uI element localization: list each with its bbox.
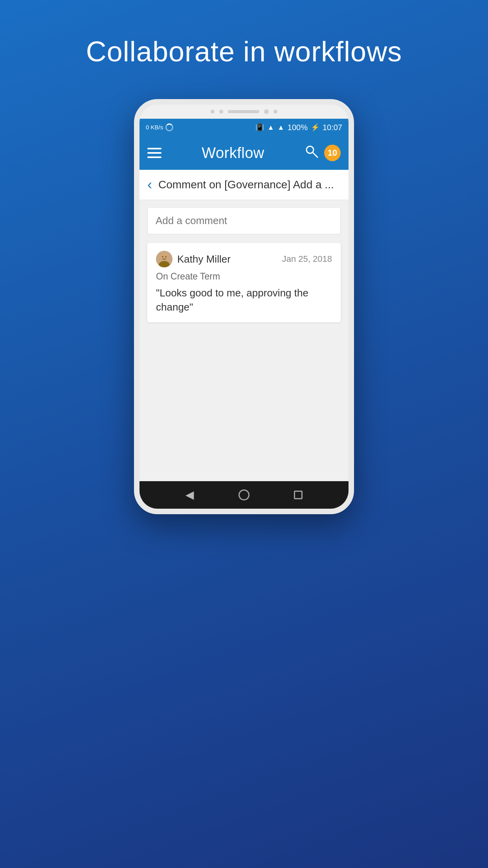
volume-up-button bbox=[134, 164, 137, 187]
app-bar: Workflow 10 bbox=[139, 136, 349, 170]
phone-screen: 0 KB/s 📳 ▲ ▲ 100% ⚡ 10:07 bbox=[139, 119, 349, 509]
status-bar: 0 KB/s 📳 ▲ ▲ 100% ⚡ 10:07 bbox=[139, 119, 349, 136]
app-bar-actions: 10 bbox=[305, 144, 341, 162]
battery-icon: ⚡ bbox=[311, 123, 319, 132]
content-filler bbox=[139, 324, 349, 481]
sensor-left-2 bbox=[219, 110, 223, 114]
back-button[interactable]: ‹ bbox=[147, 178, 152, 192]
notification-badge[interactable]: 10 bbox=[324, 145, 341, 161]
power-button bbox=[351, 152, 354, 171]
phone-top-bar bbox=[139, 105, 349, 119]
subheader-title: Comment on [Governance] Add a ... bbox=[158, 178, 334, 191]
search-button[interactable] bbox=[305, 144, 319, 162]
svg-line-1 bbox=[313, 153, 317, 157]
signal-icon: ▲ bbox=[277, 123, 284, 132]
app-bar-title: Workflow bbox=[202, 145, 264, 162]
nav-back-button[interactable]: ◀ bbox=[185, 488, 194, 501]
comments-list: Kathy Miller Jan 25, 2018 On Create Term… bbox=[139, 241, 349, 324]
svg-point-5 bbox=[162, 256, 163, 257]
comment-context: On Create Term bbox=[156, 271, 332, 282]
nav-home-icon bbox=[238, 489, 250, 500]
speaker-grille bbox=[228, 110, 259, 113]
sync-indicator bbox=[165, 123, 173, 131]
hamburger-line-1 bbox=[147, 148, 161, 149]
vibrate-icon: 📳 bbox=[255, 123, 264, 132]
comment-card: Kathy Miller Jan 25, 2018 On Create Term… bbox=[147, 243, 341, 322]
hamburger-menu-button[interactable] bbox=[147, 148, 161, 158]
status-left-section: 0 KB/s bbox=[146, 123, 173, 131]
hamburger-line-2 bbox=[147, 152, 161, 154]
nav-home-button[interactable] bbox=[238, 489, 250, 500]
nav-back-icon: ◀ bbox=[185, 488, 194, 501]
avatar bbox=[156, 251, 172, 267]
phone-bottom-nav: ◀ bbox=[139, 481, 349, 509]
svg-point-3 bbox=[161, 254, 168, 261]
nav-recents-button[interactable] bbox=[294, 491, 303, 499]
phone-device: 0 KB/s 📳 ▲ ▲ 100% ⚡ 10:07 bbox=[134, 99, 354, 514]
comment-username: Kathy Miller bbox=[177, 253, 231, 265]
sensor-left bbox=[211, 110, 215, 114]
comment-input-area bbox=[139, 200, 349, 241]
sensor-right bbox=[273, 110, 277, 114]
comment-date: Jan 25, 2018 bbox=[282, 254, 332, 264]
notification-count: 10 bbox=[328, 148, 337, 158]
volume-button-top bbox=[134, 144, 137, 157]
comment-text: "Looks good to me, approving the change" bbox=[156, 286, 332, 314]
volume-down-button bbox=[134, 191, 137, 215]
status-time: 10:07 bbox=[323, 123, 342, 132]
front-camera bbox=[264, 109, 269, 114]
subheader: ‹ Comment on [Governance] Add a ... bbox=[139, 170, 349, 200]
comment-user-info: Kathy Miller bbox=[156, 251, 231, 267]
network-speed-indicator: 0 KB/s bbox=[146, 124, 163, 131]
wifi-icon: ▲ bbox=[267, 123, 274, 132]
battery-percentage: 100% bbox=[288, 123, 308, 132]
status-right-section: 📳 ▲ ▲ 100% ⚡ 10:07 bbox=[255, 123, 342, 132]
nav-recents-icon bbox=[294, 491, 303, 499]
comment-header: Kathy Miller Jan 25, 2018 bbox=[156, 251, 332, 267]
content-area: ‹ Comment on [Governance] Add a ... bbox=[139, 170, 349, 481]
svg-point-6 bbox=[165, 256, 167, 257]
hamburger-line-3 bbox=[147, 156, 161, 158]
page-background-title: Collaborate in workflows bbox=[86, 35, 402, 68]
comment-input[interactable] bbox=[147, 207, 341, 234]
